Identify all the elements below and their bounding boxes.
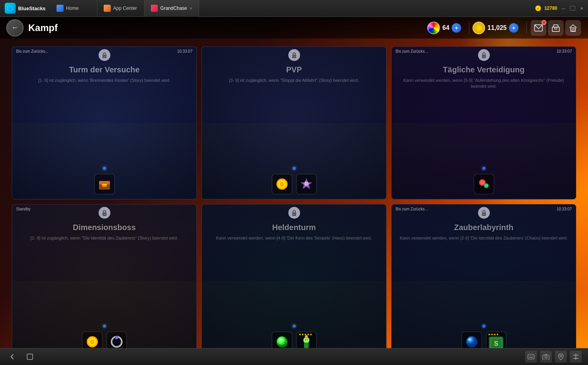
home-icon — [565, 20, 581, 36]
svg-point-24 — [483, 56, 484, 57]
svg-point-37 — [115, 337, 117, 339]
bluestacks-name: BlueStacks — [18, 6, 46, 11]
gem-value: 64 — [442, 24, 449, 31]
svg-point-52 — [466, 336, 477, 347]
mail-button[interactable] — [530, 19, 547, 37]
svg-point-66 — [545, 356, 547, 358]
page-title: Kampf — [28, 22, 58, 33]
coins-display: P — [535, 5, 541, 11]
svg-text:S: S — [494, 340, 498, 347]
store-button[interactable] — [547, 19, 564, 37]
svg-point-28 — [485, 184, 488, 187]
card-taegliche-verteidigung[interactable]: Bis zum Zurücks... 10:33:07 Tägliche Ver… — [391, 46, 576, 199]
card-top-bar — [202, 205, 386, 221]
card-status: Bis zum Zurücks... — [396, 207, 428, 211]
card-turm-der-versuche[interactable]: Bis zum Zurücks... 10:33:07 Turm der Ver… — [12, 46, 197, 199]
lock-icon — [99, 49, 110, 61]
lock-icon — [478, 207, 490, 219]
svg-text:G: G — [90, 339, 94, 345]
gold-value: 11,025 — [487, 24, 507, 31]
card-background — [202, 205, 386, 357]
card-dimensionsboss[interactable]: Standby Dimensionsboss [2- 9] ist zugäng… — [12, 204, 197, 357]
home-tab-icon — [57, 5, 64, 12]
card-top-bar: Standby — [12, 205, 196, 221]
svg-point-10 — [104, 56, 105, 57]
svg-text:P: P — [537, 7, 539, 11]
tab-bar: Home App Center GrandChase ✕ — [50, 0, 199, 17]
keyboard-icon[interactable] — [525, 351, 537, 363]
grandchase-tab-label: GrandChase — [160, 6, 187, 11]
reward-gems — [474, 174, 494, 194]
svg-point-46 — [306, 336, 307, 337]
mail-notification-badge — [542, 20, 546, 25]
svg-rect-59 — [528, 354, 534, 359]
svg-rect-13 — [99, 181, 110, 184]
grandchase-tab-icon — [151, 5, 158, 12]
top-hud: ← Kampf 64 + 11,025 + — [0, 17, 588, 39]
lock-icon — [288, 49, 300, 61]
lock-icon — [478, 49, 490, 61]
svg-rect-58 — [27, 354, 33, 359]
svg-point-51 — [483, 214, 484, 215]
add-gold-button[interactable]: + — [509, 23, 518, 33]
coin-count: 12780 — [544, 6, 557, 11]
bottom-nav-icons — [6, 350, 36, 363]
tab-grandchase[interactable]: GrandChase ✕ — [145, 0, 199, 17]
bluestacks-logo-icon — [5, 3, 16, 14]
svg-point-22 — [304, 181, 309, 186]
location-icon[interactable] — [555, 351, 567, 363]
card-timer: 10:33:07 — [177, 49, 192, 53]
card-pvp[interactable]: PVP [3- 9] ist zugänglich, wenn "Stoppt … — [201, 46, 387, 199]
card-top-bar — [202, 47, 386, 63]
minimize-button[interactable]: — — [561, 5, 567, 11]
bluestacks-logo: BlueStacks — [0, 3, 50, 14]
svg-point-48 — [305, 339, 306, 340]
svg-text:★★★★: ★★★★ — [488, 333, 499, 336]
back-button[interactable]: ← — [6, 19, 24, 37]
card-background — [12, 205, 196, 357]
lock-icon — [288, 207, 300, 219]
svg-point-44 — [304, 338, 308, 342]
card-heldenturm[interactable]: Heldenturm Kann verwendet werden, wenn [… — [201, 204, 387, 357]
appcenter-tab-icon — [104, 5, 111, 12]
bottom-back-button[interactable] — [6, 350, 19, 363]
settings-icon[interactable] — [570, 351, 582, 363]
title-bar-controls: P 12780 — ✕ — [535, 5, 588, 11]
bottom-bar — [0, 348, 588, 365]
svg-point-49 — [307, 339, 308, 340]
card-background — [392, 205, 576, 357]
card-status: Standby — [16, 207, 31, 211]
maximize-button[interactable] — [570, 6, 575, 11]
card-top-bar: Bis zum Zurücks... 10:33:07 — [392, 47, 576, 63]
reward-medal — [296, 174, 317, 194]
svg-text:G: G — [280, 182, 284, 187]
svg-point-53 — [468, 338, 471, 341]
bottom-tool-icons — [525, 351, 582, 363]
card-background — [202, 47, 386, 199]
card-zauberlabyrinth[interactable]: Bis zum Zurücks... 10:33:07 Zauberlabyri… — [391, 204, 576, 357]
svg-point-30 — [104, 214, 105, 215]
card-timer: 10:33:07 — [557, 207, 572, 211]
gold-icon — [473, 22, 485, 34]
reward-coins: G — [272, 174, 292, 194]
close-button[interactable]: ✕ — [579, 5, 585, 11]
add-gems-button[interactable]: + — [452, 23, 461, 33]
hud-divider-1 — [469, 22, 469, 34]
reward-chest — [94, 174, 115, 194]
card-top-bar: Bis zum Zurücks... 10:33:07 — [392, 205, 576, 221]
svg-point-18 — [293, 56, 295, 57]
card-status: Bis zum Zurücks... — [396, 49, 428, 53]
card-top-bar: Bis zum Zurücks... 10:33:07 — [12, 47, 196, 63]
tab-appcenter[interactable]: App Center — [97, 0, 145, 17]
bottom-home-button[interactable] — [24, 350, 36, 363]
svg-point-67 — [560, 355, 562, 357]
svg-point-40 — [277, 336, 288, 347]
home-button[interactable] — [564, 19, 582, 37]
svg-rect-47 — [304, 343, 309, 348]
gem-currency: 64 + — [427, 22, 461, 34]
hud-divider-2 — [526, 22, 527, 34]
tab-home[interactable]: Home — [50, 0, 97, 17]
screenshot-icon[interactable] — [540, 351, 552, 363]
svg-point-39 — [293, 214, 295, 215]
grandchase-tab-close[interactable]: ✕ — [189, 6, 192, 11]
